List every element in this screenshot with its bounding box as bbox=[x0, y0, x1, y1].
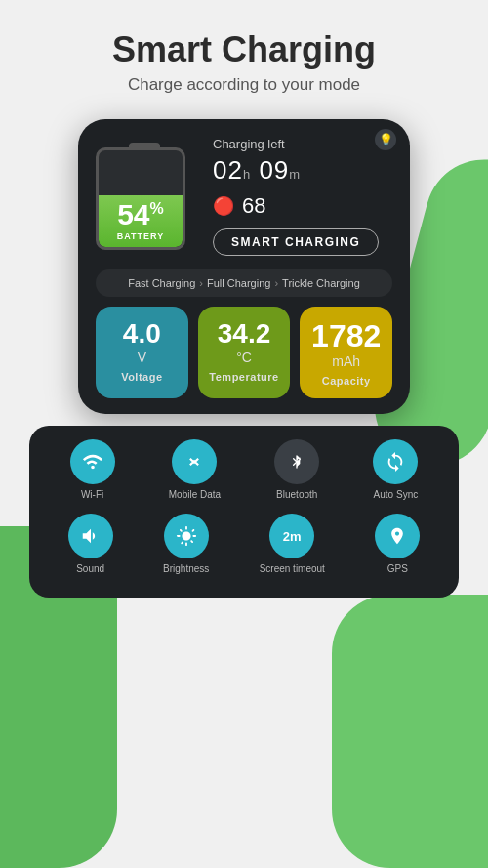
mode-fast[interactable]: Fast Charging bbox=[128, 277, 195, 289]
qs-mobile-data: Mobile Data bbox=[169, 439, 221, 500]
charging-time: 02h 09m bbox=[213, 155, 392, 186]
auto-sync-label: Auto Sync bbox=[374, 489, 419, 500]
bg-decoration-right bbox=[332, 595, 488, 868]
gps-label: GPS bbox=[387, 563, 408, 574]
voltage-label: Voltage bbox=[121, 371, 162, 383]
page-subtitle: Charge according to your mode bbox=[20, 75, 468, 95]
sound-icon[interactable] bbox=[68, 514, 113, 558]
qs-bluetooth: Bluetooth bbox=[274, 439, 319, 500]
qs-gps: GPS bbox=[375, 514, 420, 574]
temp-value: 68 bbox=[242, 193, 265, 219]
mode-arrow-2: › bbox=[274, 277, 278, 289]
sound-label: Sound bbox=[76, 563, 104, 574]
charging-info: Charging left 02h 09m 🔴 68 SMART CHARGIN… bbox=[213, 137, 392, 256]
battery-text-overlay: 54% BATTERY bbox=[99, 195, 183, 247]
screen-timeout-label: Screen timeout bbox=[260, 563, 325, 574]
charging-left-label: Charging left bbox=[213, 137, 392, 151]
temperature-card: 34.2 °C Temperature bbox=[198, 307, 291, 398]
mode-full[interactable]: Full Charging bbox=[207, 277, 270, 289]
charging-modes-bar: Fast Charging › Full Charging › Trickle … bbox=[96, 269, 392, 297]
battery-label: BATTERY bbox=[117, 231, 165, 241]
mode-arrow-1: › bbox=[199, 277, 203, 289]
battery-percent: 54% bbox=[117, 200, 164, 229]
mobile-data-label: Mobile Data bbox=[169, 489, 221, 500]
bluetooth-label: Bluetooth bbox=[276, 489, 317, 500]
voltage-card: 4.0 V Voltage bbox=[96, 307, 188, 398]
brightness-icon[interactable] bbox=[164, 514, 209, 558]
wifi-icon[interactable] bbox=[70, 439, 115, 484]
bluetooth-icon[interactable] bbox=[274, 439, 319, 484]
voltage-unit: V bbox=[138, 350, 146, 365]
header: Smart Charging Charge according to your … bbox=[0, 0, 488, 109]
battery-icon-wrap: 54% BATTERY bbox=[96, 143, 193, 250]
qs-brightness: Brightness bbox=[163, 514, 209, 574]
mode-trickle[interactable]: Trickle Charging bbox=[282, 277, 360, 289]
smart-charging-button[interactable]: SMART CHARGING bbox=[213, 228, 379, 256]
phone-mockup: 💡 54% BATTERY Charging left 02h 09m bbox=[78, 119, 410, 414]
qs-screen-timeout: 2m Screen timeout bbox=[260, 514, 325, 574]
wifi-label: Wi-Fi bbox=[81, 489, 103, 500]
qs-auto-sync: Auto Sync bbox=[373, 439, 418, 500]
temp-row: 🔴 68 bbox=[213, 193, 392, 219]
capacity-unit: mAh bbox=[332, 353, 360, 369]
bulb-icon[interactable]: 💡 bbox=[375, 129, 396, 150]
auto-sync-icon[interactable] bbox=[373, 439, 418, 484]
quick-settings-row-2: Sound Brightness 2m Screen timeout GPS bbox=[43, 514, 445, 574]
qs-sound: Sound bbox=[68, 514, 113, 574]
capacity-label: Capacity bbox=[322, 375, 371, 387]
brightness-label: Brightness bbox=[163, 563, 209, 574]
mobile-data-icon[interactable] bbox=[172, 439, 217, 484]
quick-settings-row-1: Wi-Fi Mobile Data Bluetooth bbox=[43, 439, 445, 500]
stats-row: 4.0 V Voltage 34.2 °C Temperature 1782 m… bbox=[96, 307, 392, 398]
quick-settings-panel: Wi-Fi Mobile Data Bluetooth bbox=[29, 426, 459, 598]
page-title: Smart Charging bbox=[20, 29, 468, 70]
temperature-value: 34.2 bbox=[218, 320, 271, 348]
qs-wifi: Wi-Fi bbox=[70, 439, 115, 500]
capacity-card: 1782 mAh Capacity bbox=[300, 307, 392, 398]
temperature-unit: °C bbox=[236, 350, 252, 365]
temperature-label: Temperature bbox=[209, 371, 278, 383]
battery-section: 54% BATTERY Charging left 02h 09m 🔴 68 S… bbox=[96, 137, 392, 256]
voltage-value: 4.0 bbox=[123, 320, 161, 348]
gps-icon[interactable] bbox=[375, 514, 420, 558]
capacity-value: 1782 bbox=[311, 320, 381, 351]
battery-body: 54% BATTERY bbox=[96, 147, 185, 250]
fire-icon: 🔴 bbox=[213, 195, 234, 217]
screen-timeout-icon[interactable]: 2m bbox=[269, 514, 314, 558]
